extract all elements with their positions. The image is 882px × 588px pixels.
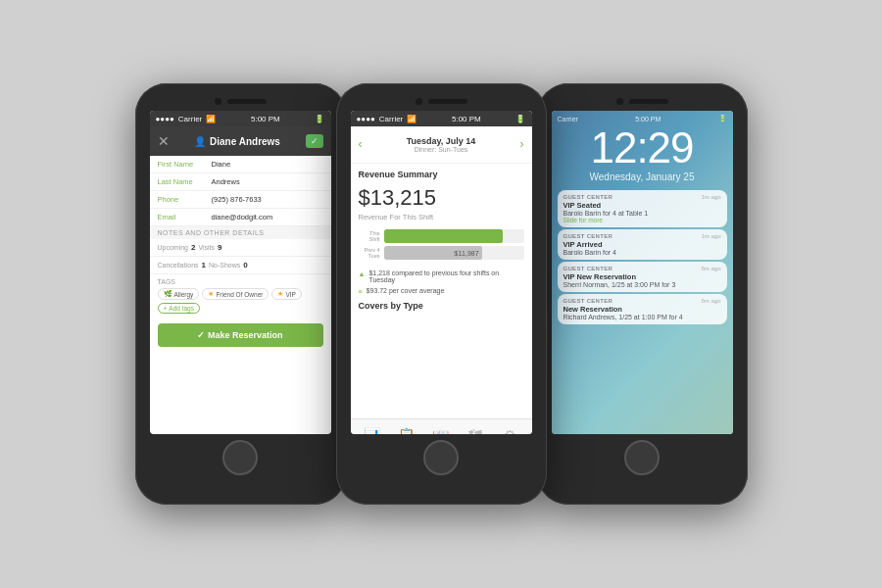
bar-track-current	[384, 229, 524, 243]
notes-divider: Notes and Other Details	[150, 226, 331, 239]
make-reservation-button[interactable]: ✓ Make Reservation	[158, 323, 323, 347]
close-button[interactable]: ✕	[158, 133, 170, 149]
contact-header: ✕ 👤 Diane Andrews ✓	[150, 126, 331, 156]
home-button-1[interactable]	[222, 440, 258, 475]
home-button-3[interactable]	[624, 440, 660, 475]
notif-1-time: 1m ago	[701, 194, 720, 200]
bar-chart: This Shift Prev 4 Tues $11,987	[359, 229, 524, 260]
notif-1-slide: Slide for more	[564, 217, 721, 223]
battery-icon-2: 🔋	[515, 115, 525, 123]
revenue-nav: ‹ Tuesday, July 14 Dinner: Sun-Tues ›	[359, 136, 524, 153]
home-button-2[interactable]	[423, 440, 459, 475]
vip-icon: ★	[277, 290, 283, 298]
phone-3: Carrier 5:00 PM 🔋 12:29 Wednesday, Janua…	[537, 83, 748, 505]
notif-2-time: 1m ago	[701, 233, 720, 239]
lock-time: 12:29	[552, 126, 733, 170]
lock-content: 12:29 Wednesday, January 25 GUEST CENTER…	[552, 111, 733, 324]
lock-status-bar: Carrier 5:00 PM 🔋	[552, 111, 733, 126]
bar-track-prev: $11,987	[384, 246, 524, 260]
notif-1-body: Barolo Barin for 4 at Table 1	[564, 210, 721, 217]
comparison-1: ▲ $1,218 compared to previous four shift…	[359, 270, 524, 283]
next-arrow[interactable]: ›	[519, 137, 523, 151]
camera-dot	[215, 98, 221, 105]
contact-name: 👤 Diane Andrews	[194, 136, 280, 147]
notification-4[interactable]: GUEST CENTER 6m ago New Reservation Rich…	[558, 294, 727, 324]
bar-row-prev: Prev 4 Tues $11,987	[359, 246, 524, 260]
notif-2-title: VIP Arrived	[564, 240, 721, 249]
speaker	[227, 99, 267, 104]
phone-2: ●●●● Carrier 📶 5:00 PM 🔋 ‹ Tuesday, July…	[336, 83, 547, 505]
status-bar-2: ●●●● Carrier 📶 5:00 PM 🔋	[351, 111, 532, 126]
phone-3-top	[537, 83, 748, 111]
tag-friend[interactable]: ★ Friend Of Owner	[202, 288, 269, 300]
phones-container: ●●●● Carrier 📶 5:00 PM 🔋 ✕ 👤 Diane Andre…	[135, 83, 748, 505]
notif-4-header: GUEST CENTER 6m ago	[564, 298, 721, 304]
book-icon: 📖	[432, 427, 449, 435]
notif-3-time: 6m ago	[701, 266, 720, 271]
notification-2[interactable]: GUEST CENTER 1m ago VIP Arrived Barolo B…	[558, 229, 727, 260]
revenue-section-title: Revenue Summary	[359, 170, 524, 179]
lock-screen: Carrier 5:00 PM 🔋 12:29 Wednesday, Janua…	[552, 111, 733, 434]
notif-3-body: Sherri Norman, 1/25 at 3:00 PM for 3	[564, 281, 721, 288]
notif-1-app: GUEST CENTER	[564, 194, 613, 200]
avg-icon: ≡	[359, 288, 363, 295]
wifi-icon-2: 📶	[407, 115, 416, 123]
confirm-button[interactable]: ✓	[306, 134, 323, 148]
phone-field: Phone (925) 876-7633	[150, 191, 331, 209]
tab-charts[interactable]: 📊	[357, 419, 386, 434]
notification-1[interactable]: GUEST CENTER 1m ago VIP Seated Barolo Ba…	[558, 190, 727, 227]
bar-fill-current	[384, 229, 504, 243]
up-arrow-icon: ▲	[359, 270, 366, 277]
bar-label-current: This Shift	[359, 230, 380, 242]
comparison-2: ≡ $93.72 per cover average	[359, 287, 524, 295]
visits-row: Upcoming 2 Visits 9	[150, 239, 331, 257]
revenue-sub: Dinner: Sun-Tues	[407, 146, 476, 153]
friend-icon: ★	[208, 290, 214, 298]
map-icon: 🗺	[468, 427, 482, 435]
battery-icon-1: 🔋	[315, 115, 324, 123]
wifi-icon: 📶	[206, 115, 216, 123]
phone-2-screen: ●●●● Carrier 📶 5:00 PM 🔋 ‹ Tuesday, July…	[351, 111, 532, 434]
camera-dot-3	[616, 98, 623, 105]
tab-settings[interactable]: ⚙	[496, 419, 525, 434]
revenue-amount: $13,215	[359, 185, 524, 211]
phone-1: ●●●● Carrier 📶 5:00 PM 🔋 ✕ 👤 Diane Andre…	[135, 83, 346, 505]
last-name-field: Last Name Andrews	[150, 173, 331, 191]
tag-allergy[interactable]: 🌿 Allergy	[158, 288, 200, 300]
tags-section: TAGS 🌿 Allergy ★ Friend Of Owner ★ VIP	[150, 274, 331, 318]
camera-dot-2	[416, 98, 422, 105]
tab-map[interactable]: 🗺	[461, 419, 490, 434]
status-bar-1: ●●●● Carrier 📶 5:00 PM 🔋	[150, 111, 331, 126]
notif-1-title: VIP Seated	[564, 201, 721, 210]
prev-arrow[interactable]: ‹	[359, 137, 363, 151]
carrier-name-2: Carrier	[379, 115, 403, 123]
bar-fill-prev: $11,987	[384, 246, 482, 260]
phone-1-screen: ●●●● Carrier 📶 5:00 PM 🔋 ✕ 👤 Diane Andre…	[150, 111, 331, 434]
notif-4-time: 6m ago	[701, 298, 720, 304]
add-tag-button[interactable]: + Add tags	[158, 303, 200, 314]
tags-row: 🌿 Allergy ★ Friend Of Owner ★ VIP + Add …	[158, 288, 323, 314]
notif-2-header: GUEST CENTER 1m ago	[564, 233, 721, 239]
notif-1-header: GUEST CENTER 1m ago	[564, 194, 721, 200]
notif-2-body: Barolo Barin for 4	[564, 249, 721, 256]
tab-book[interactable]: 📖	[426, 419, 456, 434]
settings-icon: ⚙	[504, 427, 516, 435]
tag-vip[interactable]: ★ VIP	[271, 288, 301, 300]
lock-carrier: Carrier	[558, 116, 578, 122]
revenue-amount-sub: Revenue For This Shift	[359, 213, 524, 221]
carrier-name: Carrier	[178, 115, 202, 123]
notification-3[interactable]: GUEST CENTER 6m ago VIP New Reservation …	[558, 262, 727, 292]
phone-1-top	[135, 83, 346, 111]
notif-4-app: GUEST CENTER	[564, 298, 613, 304]
bar-row-current: This Shift	[359, 229, 524, 243]
tab-list[interactable]: 📋	[392, 419, 421, 434]
notif-4-title: New Reservation	[564, 305, 721, 314]
revenue-content: Revenue Summary $13,215 Revenue For This…	[351, 164, 532, 418]
tab-bar: 📊 📋 📖 🗺 ⚙	[351, 418, 532, 434]
first-name-field: First Name Diane	[150, 156, 331, 173]
lock-date: Wednesday, January 25	[552, 172, 733, 182]
phone-2-top	[336, 83, 547, 111]
notif-2-app: GUEST CENTER	[564, 233, 613, 239]
lock-battery: 🔋	[718, 115, 727, 122]
bar-label-prev: Prev 4 Tues	[359, 247, 380, 259]
